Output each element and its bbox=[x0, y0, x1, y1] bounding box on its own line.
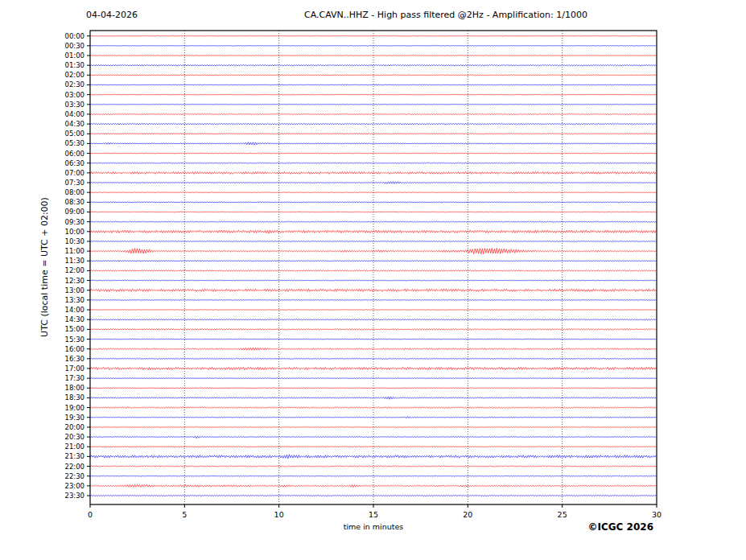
trace-row-03:30 bbox=[90, 104, 656, 105]
trace-row-03:00 bbox=[90, 94, 656, 95]
y-tick-label: 17:30 bbox=[65, 374, 85, 382]
y-tick-label: 18:00 bbox=[65, 384, 85, 392]
x-tick-label: 15 bbox=[369, 510, 378, 519]
trace-row-00:00 bbox=[90, 35, 656, 36]
y-tick-label: 17:00 bbox=[65, 364, 85, 373]
trace-row-09:00 bbox=[90, 212, 656, 212]
trace-row-11:30 bbox=[90, 261, 656, 261]
trace-row-12:30 bbox=[90, 280, 656, 281]
y-tick-label: 00:00 bbox=[65, 32, 85, 40]
x-tick-label: 5 bbox=[182, 510, 187, 519]
y-tick-label: 04:30 bbox=[65, 120, 85, 128]
trace-row-16:30 bbox=[90, 358, 656, 360]
y-tick-label: 05:30 bbox=[65, 139, 85, 147]
trace-row-19:30 bbox=[90, 417, 656, 418]
trace-row-08:00 bbox=[90, 192, 656, 193]
y-tick-label: 01:00 bbox=[65, 51, 85, 60]
y-tick-label: 11:00 bbox=[65, 247, 85, 255]
trace-row-17:00 bbox=[90, 367, 656, 369]
y-tick-label: 15:00 bbox=[65, 325, 85, 333]
y-tick-label: 21:30 bbox=[65, 452, 85, 460]
y-tick-label: 02:00 bbox=[65, 71, 85, 79]
y-tick-label: 19:30 bbox=[65, 414, 85, 422]
y-tick-label: 08:00 bbox=[65, 188, 85, 196]
y-tick-label: 12:00 bbox=[65, 266, 85, 274]
y-tick-label: 03:30 bbox=[65, 101, 85, 109]
y-tick-label: 22:00 bbox=[65, 463, 85, 471]
y-tick-label: 06:00 bbox=[65, 150, 85, 158]
y-tick-label: 16:00 bbox=[65, 345, 85, 353]
y-tick-label: 10:00 bbox=[65, 228, 85, 236]
y-tick-label: 09:30 bbox=[65, 218, 85, 226]
seismogram-canvas: 00:0000:3001:0001:3002:0002:3003:0003:30… bbox=[0, 0, 746, 560]
y-tick-label: 18:30 bbox=[65, 393, 85, 401]
y-tick-label: 11:30 bbox=[65, 257, 85, 265]
x-tick-label: 30 bbox=[652, 510, 662, 519]
trace-row-22:30 bbox=[90, 476, 656, 476]
trace-row-02:30 bbox=[90, 84, 656, 85]
y-tick-label: 00:30 bbox=[65, 42, 85, 50]
x-tick-label: 25 bbox=[558, 510, 567, 519]
copyright-notice: ©ICGC 2026 bbox=[587, 521, 653, 533]
trace-row-13:30 bbox=[90, 299, 656, 300]
trace-row-15:00 bbox=[90, 328, 656, 330]
y-tick-label: 22:30 bbox=[65, 472, 85, 480]
y-tick-label: 04:00 bbox=[65, 110, 85, 118]
trace-row-06:00 bbox=[90, 153, 656, 154]
y-tick-label: 19:00 bbox=[65, 404, 85, 412]
y-tick-label: 12:30 bbox=[65, 277, 85, 285]
y-tick-label: 05:00 bbox=[65, 130, 85, 138]
y-tick-label: 23:30 bbox=[65, 492, 85, 500]
trace-row-19:00 bbox=[90, 407, 656, 409]
trace-row-14:00 bbox=[90, 309, 656, 310]
trace-row-15:30 bbox=[90, 339, 656, 340]
trace-row-14:30 bbox=[90, 319, 656, 320]
trace-row-23:30 bbox=[90, 495, 656, 496]
x-tick-label: 0 bbox=[88, 510, 93, 519]
helicorder-figure: 04-04-2026 CA.CAVN..HHZ - High pass filt… bbox=[0, 0, 746, 560]
trace-row-04:00 bbox=[90, 113, 656, 115]
trace-row-10:30 bbox=[90, 241, 656, 241]
y-tick-label: 15:30 bbox=[65, 336, 85, 344]
y-tick-label: 06:30 bbox=[65, 159, 85, 167]
y-tick-label: 01:30 bbox=[65, 61, 85, 69]
trace-row-05:00 bbox=[90, 134, 656, 134]
trace-row-12:00 bbox=[90, 270, 656, 272]
x-tick-label: 20 bbox=[463, 510, 472, 519]
y-tick-label: 13:30 bbox=[65, 296, 85, 304]
trace-row-07:30 bbox=[90, 182, 656, 184]
y-tick-label: 09:00 bbox=[65, 208, 85, 216]
y-tick-label: 07:00 bbox=[65, 169, 85, 177]
y-tick-label: 10:30 bbox=[65, 237, 85, 245]
trace-row-08:30 bbox=[90, 202, 656, 203]
trace-row-04:30 bbox=[90, 123, 656, 125]
y-tick-label: 20:30 bbox=[65, 433, 85, 441]
y-tick-label: 03:00 bbox=[65, 91, 85, 99]
y-tick-label: 23:00 bbox=[65, 482, 85, 490]
trace-row-10:00 bbox=[90, 230, 656, 233]
trace-row-18:00 bbox=[90, 388, 656, 389]
y-tick-label: 16:30 bbox=[65, 355, 85, 363]
x-axis-label: time in minutes bbox=[344, 522, 404, 531]
y-tick-label: 14:00 bbox=[65, 306, 85, 314]
y-tick-label: 07:30 bbox=[65, 179, 85, 187]
y-tick-label: 21:00 bbox=[65, 443, 85, 451]
trace-row-18:30 bbox=[90, 397, 656, 399]
y-tick-label: 20:00 bbox=[65, 423, 85, 431]
y-tick-label: 13:00 bbox=[65, 286, 85, 294]
x-tick-label: 10 bbox=[274, 510, 284, 519]
y-tick-label: 08:30 bbox=[65, 198, 85, 206]
y-tick-label: 02:30 bbox=[65, 80, 85, 89]
y-tick-label: 14:30 bbox=[65, 315, 85, 323]
